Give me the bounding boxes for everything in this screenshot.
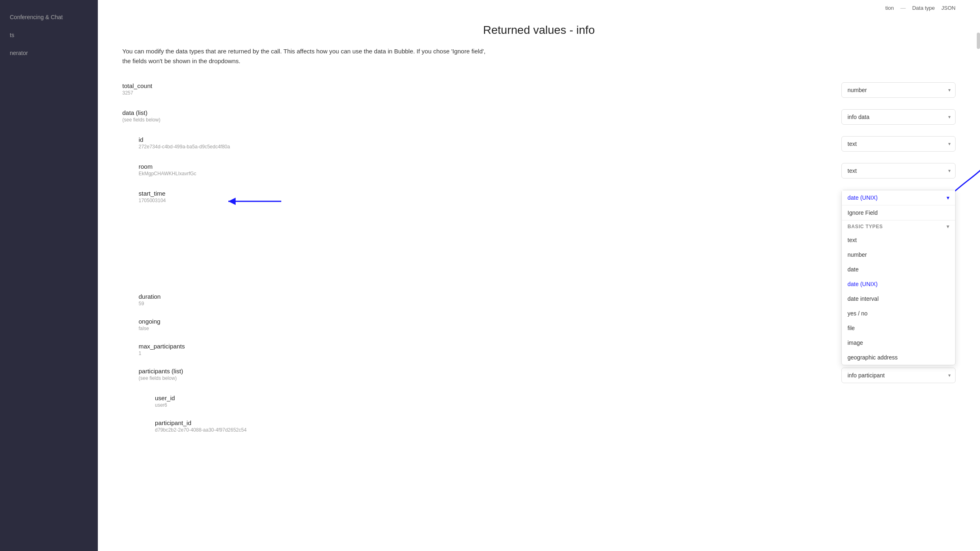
- field-label-duration: duration 59: [139, 293, 841, 306]
- topbar-json: JSON: [941, 5, 956, 11]
- topbar: tion — Data type JSON: [885, 5, 956, 11]
- field-label-participants: participants (list) (see fields below): [139, 368, 841, 381]
- topbar-tion: tion: [885, 5, 894, 11]
- chevron-up-icon: ▾: [947, 194, 949, 201]
- chevron-down-icon: ▾: [947, 224, 949, 229]
- sidebar-item-nerator[interactable]: nerator: [0, 44, 98, 62]
- select-wrapper-data-list[interactable]: info data ▾: [841, 109, 956, 125]
- main-content: tion — Data type JSON Returned values - …: [98, 0, 980, 551]
- select-wrapper-room[interactable]: text number ▾: [841, 163, 956, 179]
- field-label-start-time: start_time 1705003104: [139, 190, 841, 203]
- field-row-total-count: total_count 3257 number text date ▾: [122, 82, 956, 98]
- dropdown-start-time[interactable]: date (UNIX) ▾ Ignore Field BASIC TYPES ▾…: [841, 190, 956, 365]
- dropdown-item-ignore[interactable]: Ignore Field: [842, 205, 955, 220]
- field-row-data-list: data (list) (see fields below) info data…: [122, 109, 956, 125]
- select-total-count[interactable]: number text date: [841, 82, 956, 98]
- sidebar-item-conferencing[interactable]: Conferencing & Chat: [0, 8, 98, 26]
- select-participants[interactable]: info participant: [841, 368, 956, 383]
- dropdown-group-basic-types: BASIC TYPES ▾: [842, 220, 955, 233]
- field-label-user-id: user_id user6: [155, 395, 841, 408]
- field-label-ongoing: ongoing false: [139, 318, 841, 331]
- scrollbar[interactable]: [977, 33, 980, 49]
- select-wrapper-id[interactable]: text number ▾: [841, 136, 956, 152]
- field-control-data-list: info data ▾: [841, 109, 956, 125]
- page-description: You can modify the data types that are r…: [122, 46, 489, 66]
- dropdown-item-geographic-address[interactable]: geographic address: [842, 350, 955, 365]
- dropdown-selected-item[interactable]: date (UNIX) ▾: [842, 190, 955, 205]
- dropdown-item-date-interval[interactable]: date interval: [842, 291, 955, 306]
- field-control-participants: info participant ▾: [841, 368, 956, 383]
- field-row-user-id: user_id user6: [122, 395, 956, 408]
- topbar-datatype: Data type: [912, 5, 935, 11]
- field-label-room: room EkMgpCHAWKHLIxavrfGc: [139, 163, 841, 176]
- field-row-participant-id: participant_id d79bc2b2-2e70-4088-aa30-4…: [122, 419, 956, 433]
- select-wrapper-total-count[interactable]: number text date ▾: [841, 82, 956, 98]
- field-row-participants: participants (list) (see fields below) i…: [122, 368, 956, 383]
- field-control-total-count: number text date ▾: [841, 82, 956, 98]
- field-control-room: text number ▾: [841, 163, 956, 179]
- field-label-max-participants: max_participants 1: [139, 343, 841, 356]
- field-row-start-time: start_time 1705003104: [122, 190, 956, 203]
- dropdown-item-text[interactable]: text: [842, 233, 955, 247]
- select-wrapper-participants[interactable]: info participant ▾: [841, 368, 956, 383]
- field-label-participant-id: participant_id d79bc2b2-2e70-4088-aa30-4…: [155, 419, 841, 433]
- sidebar: Conferencing & Chat ts nerator: [0, 0, 98, 551]
- dropdown-item-file[interactable]: file: [842, 321, 955, 335]
- dropdown-item-date-unix[interactable]: date (UNIX): [842, 277, 955, 291]
- select-data-list[interactable]: info data: [841, 109, 956, 125]
- field-row-room: room EkMgpCHAWKHLIxavrfGc text number ▾: [122, 163, 956, 179]
- sidebar-item-ts[interactable]: ts: [0, 26, 98, 44]
- field-label-total-count: total_count 3257: [122, 82, 841, 96]
- dropdown-item-number[interactable]: number: [842, 247, 955, 262]
- field-row-ongoing: ongoing false: [122, 318, 956, 331]
- dropdown-item-yes-no[interactable]: yes / no: [842, 306, 955, 321]
- field-row-duration: duration 59: [122, 293, 956, 306]
- select-id[interactable]: text number: [841, 136, 956, 152]
- field-row-max-participants: max_participants 1: [122, 343, 956, 356]
- dropdown-item-date[interactable]: date: [842, 262, 955, 277]
- field-control-id: text number ▾: [841, 136, 956, 152]
- field-label-id: id 272e734d-c4bd-499a-ba5a-d9c5edc4f80a: [139, 136, 841, 150]
- select-room[interactable]: text number: [841, 163, 956, 179]
- field-row-id: id 272e734d-c4bd-499a-ba5a-d9c5edc4f80a …: [122, 136, 956, 152]
- dropdown-item-image[interactable]: image: [842, 335, 955, 350]
- field-label-data-list: data (list) (see fields below): [122, 109, 841, 123]
- page-title: Returned values - info: [122, 24, 956, 37]
